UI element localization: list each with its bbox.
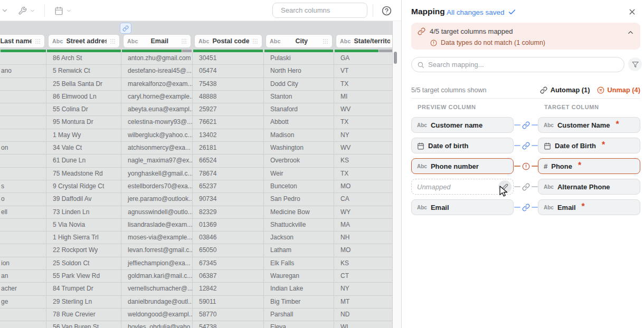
table-cell[interactable]: Weir: [264, 168, 334, 180]
table-cell[interactable]: destefano-isreal45@...: [121, 65, 193, 77]
table-cell[interactable]: 66524: [193, 155, 264, 167]
preview-chip-customer-name[interactable]: AbcCustomer name: [411, 117, 514, 133]
table-cell[interactable]: 25 Soldon Ct: [46, 257, 121, 269]
column-header-postal-code[interactable]: AbcPostal code: [194, 34, 262, 48]
table-cell[interactable]: 65237: [193, 180, 264, 192]
table-cell[interactable]: 59011: [193, 296, 264, 308]
table-cell[interactable]: ion: [0, 257, 46, 269]
table-cell[interactable]: MA: [334, 219, 392, 231]
table-cell[interactable]: on: [0, 142, 46, 154]
column-header-email[interactable]: AbcEmail: [123, 34, 191, 48]
table-cell[interactable]: MO: [334, 244, 392, 256]
table-cell[interactable]: [0, 155, 46, 167]
table-cell[interactable]: danielbrundage@outl...: [121, 296, 193, 308]
search-columns-box[interactable]: [272, 3, 367, 18]
table-cell[interactable]: Madison: [264, 129, 334, 141]
table-cell[interactable]: MO: [334, 180, 392, 192]
table-cell[interactable]: jeffiechampion@exa...: [121, 257, 193, 269]
table-cell[interactable]: GA: [334, 52, 392, 64]
table-cell[interactable]: Parshall: [264, 308, 334, 321]
table-cell[interactable]: Stanton: [264, 91, 334, 103]
help-button[interactable]: [382, 6, 392, 16]
table-cell[interactable]: 56 Van Buren St: [46, 321, 121, 328]
table-cell[interactable]: Dodd City: [264, 78, 334, 90]
table-cell[interactable]: NY: [334, 129, 392, 141]
table-cell[interactable]: 03846: [193, 231, 264, 244]
table-cell[interactable]: 76621: [193, 116, 264, 128]
table-cell[interactable]: Shattuckville: [264, 219, 334, 231]
table-cell[interactable]: agnusswindell@outlo...: [121, 206, 193, 218]
table-cell[interactable]: TX: [334, 116, 392, 128]
table-cell[interactable]: [0, 116, 46, 128]
column-header-state-territory[interactable]: AbcState/territory: [336, 34, 392, 48]
table-cell[interactable]: 5 Renwick Ct: [46, 65, 121, 77]
table-cell[interactable]: yonghaskell@gmail.c...: [121, 168, 193, 180]
table-cell[interactable]: 84 Trumpet Dr: [46, 283, 121, 295]
table-cell[interactable]: Eleva: [264, 321, 334, 328]
table-cell[interactable]: moses-via@example....: [121, 231, 193, 244]
table-cell[interactable]: [0, 244, 46, 256]
table-cell[interactable]: [0, 231, 46, 244]
filter-button[interactable]: [628, 57, 642, 71]
table-cell[interactable]: 22 Rockport Wy: [46, 244, 121, 256]
table-cell[interactable]: WI: [334, 321, 392, 328]
table-cell[interactable]: 90734: [193, 193, 264, 205]
table-cell[interactable]: nagle_maxima97@ex...: [121, 155, 193, 167]
table-cell[interactable]: Indian Lake: [264, 283, 334, 295]
table-cell[interactable]: North Hero: [264, 65, 334, 77]
table-cell[interactable]: 13402: [193, 129, 264, 141]
table-cell[interactable]: Jackson: [264, 231, 334, 244]
preview-chip-date-of-birth[interactable]: Date of birth: [411, 138, 514, 153]
drag-handle-icon[interactable]: [181, 38, 187, 44]
table-cell[interactable]: weldongood@exampl...: [121, 308, 193, 321]
table-cell[interactable]: 12842: [193, 283, 264, 295]
table-cell[interactable]: 05474: [193, 65, 264, 77]
table-cell[interactable]: Medicine Bow: [264, 206, 334, 218]
table-cell[interactable]: WV: [334, 103, 392, 115]
table-cell[interactable]: 29 Sterling Ln: [46, 296, 121, 308]
table-cell[interactable]: 78 Rue Crevier: [46, 308, 121, 321]
search-mapping-box[interactable]: [411, 57, 624, 72]
table-cell[interactable]: San Pedro: [264, 193, 334, 205]
table-cell[interactable]: 25927: [193, 103, 264, 115]
table-cell[interactable]: 95 Montura Dr: [46, 116, 121, 128]
table-cell[interactable]: Bunceton: [264, 180, 334, 192]
table-cell[interactable]: 5 Via Novia: [46, 219, 121, 231]
table-cell[interactable]: CT: [334, 270, 392, 282]
target-chip-customer-name[interactable]: AbcCustomer Name*: [538, 117, 640, 133]
table-cell[interactable]: KS: [334, 257, 392, 269]
table-cell[interactable]: 61 Dune Ln: [46, 155, 121, 167]
table-cell[interactable]: vernellschumacher@...: [121, 283, 193, 295]
preview-chip-phone-number[interactable]: AbcPhone number: [411, 158, 514, 174]
table-cell[interactable]: 75 Meadstone Rd: [46, 168, 121, 180]
table-cell[interactable]: wilbergluck@yahoo.c...: [121, 129, 193, 141]
table-cell[interactable]: Washington: [264, 142, 334, 154]
table-cell[interactable]: 34 Vale Ct: [46, 142, 121, 154]
table-cell[interactable]: Overbrook: [264, 155, 334, 167]
table-cell[interactable]: [0, 308, 46, 321]
tools-dropdown-button[interactable]: [18, 6, 35, 15]
table-cell[interactable]: MT: [334, 296, 392, 308]
table-cell[interactable]: lisandraslade@exam...: [121, 219, 193, 231]
table-cell[interactable]: [0, 168, 46, 180]
table-cell[interactable]: [0, 321, 46, 328]
table-cell[interactable]: WV: [334, 142, 392, 154]
drag-handle-icon[interactable]: [110, 38, 116, 44]
table-cell[interactable]: an: [0, 270, 46, 282]
table-cell[interactable]: 73 Linden Ln: [46, 206, 121, 218]
table-cell[interactable]: ND: [334, 308, 392, 321]
target-chip-alternate-phone[interactable]: AbcAlternate Phone: [538, 179, 640, 195]
automap-button[interactable]: Automap (1): [540, 86, 590, 94]
table-cell[interactable]: levan.forrest@gmail.c...: [121, 244, 193, 256]
table-cell[interactable]: 26181: [193, 142, 264, 154]
table-cell[interactable]: acher: [0, 283, 46, 295]
target-chip-date-of-birth[interactable]: Date of Birth*: [538, 138, 640, 153]
drag-handle-icon[interactable]: [252, 38, 258, 44]
table-cell[interactable]: [0, 52, 46, 64]
target-chip-email[interactable]: AbcEmail*: [538, 199, 640, 215]
table-cell[interactable]: NY: [334, 283, 392, 295]
edit-mapping-button[interactable]: [498, 180, 512, 194]
table-cell[interactable]: Elk Falls: [264, 257, 334, 269]
table-cell[interactable]: 48888: [193, 91, 264, 103]
table-cell[interactable]: WY: [334, 206, 392, 218]
